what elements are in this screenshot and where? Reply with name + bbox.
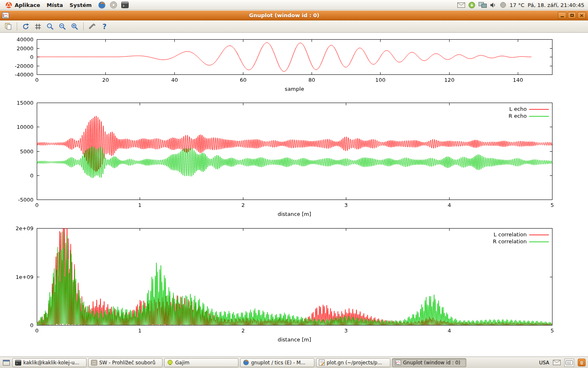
bottom-taskbar: kaklik@kaklik-kolej-u... SW - Prohlížeč … [0, 357, 588, 368]
keyboard-indicator-button[interactable] [564, 359, 574, 367]
maximize-icon [570, 14, 574, 17]
toolbar-separator [17, 22, 17, 31]
menu-places[interactable]: Místa [43, 1, 66, 9]
gnuplot-toolbar: ? [0, 20, 588, 33]
keyboard-icon [566, 360, 573, 365]
close-icon: × [579, 13, 584, 18]
terminal-icon [15, 360, 21, 366]
task-file-browser[interactable]: SW - Prohlížeč souborů [88, 358, 163, 367]
window-title: Gnuplot (window id : 0) [11, 12, 558, 18]
settings-button[interactable] [87, 22, 98, 31]
clock-label[interactable]: Pá, 18. září, 21:40:45 [528, 2, 584, 8]
menu-system-label: Systém [69, 2, 91, 8]
window-controls: × [558, 12, 586, 19]
grid-icon [35, 23, 41, 30]
zoom-out-icon [59, 23, 66, 30]
task-firefox-gnuplot-docs[interactable]: gnuplot / tics (E) - M... [240, 358, 314, 367]
task-gnuplot-window[interactable]: Gnuplot (window id : 0) [392, 358, 466, 367]
menu-applications-label: Aplikace [15, 2, 40, 8]
task-label: plot.gn (~/projects/p... [327, 360, 382, 366]
copy-icon [5, 23, 12, 30]
gnuplot-canvas-area [0, 33, 588, 357]
lifebuoy-icon [110, 1, 117, 9]
gnuplot-icon [395, 360, 401, 366]
firefox-icon [98, 1, 106, 9]
software-update-icon[interactable] [468, 2, 475, 9]
window-titlebar[interactable]: Gnuplot (window id : 0) × [0, 11, 588, 20]
screenshot-launcher[interactable] [120, 0, 129, 9]
temperature-label[interactable]: 17 °C [510, 2, 524, 8]
toolbar-separator [83, 22, 84, 31]
task-label: SW - Prohlížeč souborů [99, 360, 156, 366]
text-editor-icon [319, 359, 325, 366]
ubuntu-logo-icon [5, 2, 12, 9]
task-label: kaklik@kaklik-kolej-u... [23, 360, 79, 366]
maximize-button[interactable] [568, 12, 576, 19]
task-text-editor[interactable]: plot.gn (~/projects/p... [316, 358, 390, 367]
panel-status-area: 17 °C Pá, 18. září, 21:40:45 [457, 2, 586, 9]
replot-button[interactable] [20, 22, 31, 31]
wrench-icon [89, 23, 96, 30]
task-label: gnuplot / tics (E) - M... [251, 360, 305, 366]
minimize-icon [561, 16, 564, 17]
gnuplot-window: Gnuplot (window id : 0) × [0, 11, 588, 357]
zoom-previous-button[interactable] [45, 22, 56, 31]
minimize-button[interactable] [558, 12, 566, 19]
menu-system[interactable]: Systém [66, 1, 95, 9]
mail-icon[interactable] [553, 360, 561, 365]
task-label: Gajim [175, 360, 189, 366]
show-desktop-icon [3, 360, 10, 366]
gajim-icon [167, 359, 173, 366]
correlation-chart[interactable] [0, 224, 588, 347]
keyboard-layout-indicator[interactable]: USA [539, 360, 549, 366]
terminal-window-icon [121, 2, 129, 8]
volume-icon[interactable] [490, 2, 497, 8]
wastebasket-icon [579, 360, 584, 365]
weather-icon[interactable] [500, 2, 506, 8]
zoom-out-button[interactable] [57, 22, 68, 31]
gnuplot-window-icon [2, 12, 9, 18]
show-desktop-button[interactable] [2, 358, 11, 367]
desktop: Aplikace Místa Systém 17 °C Pá, [0, 0, 588, 368]
firefox-icon [243, 359, 249, 366]
menu-places-label: Místa [47, 2, 63, 8]
toggle-grid-button[interactable] [33, 22, 43, 31]
task-terminal[interactable]: kaklik@kaklik-kolej-u... [12, 358, 87, 367]
trash-applet-icon[interactable] [578, 359, 586, 366]
panel-launchers [98, 0, 129, 9]
help-button[interactable]: ? [99, 22, 110, 31]
echo-signals-chart[interactable] [0, 98, 588, 221]
firefox-launcher[interactable] [98, 0, 107, 9]
taskbar-status-area: USA [539, 359, 586, 367]
zoom-previous-icon [47, 23, 54, 30]
zoom-in-icon [71, 23, 78, 30]
menu-applications[interactable]: Aplikace [2, 1, 43, 9]
copy-clipboard-button[interactable] [3, 22, 13, 31]
zoom-in-button[interactable] [69, 22, 80, 31]
task-label: Gnuplot (window id : 0) [403, 360, 460, 366]
sample-waveform-chart[interactable] [0, 34, 588, 96]
close-button[interactable]: × [577, 12, 586, 19]
task-gajim[interactable]: Gajim [164, 358, 238, 367]
mail-notification-icon[interactable] [457, 2, 465, 8]
help-icon: ? [102, 22, 107, 31]
gnome-top-panel: Aplikace Místa Systém 17 °C Pá, [0, 0, 588, 10]
help-launcher[interactable] [109, 0, 118, 9]
replot-icon [22, 23, 29, 30]
remote-desktop-icon[interactable] [479, 2, 487, 8]
file-manager-icon [91, 360, 97, 366]
